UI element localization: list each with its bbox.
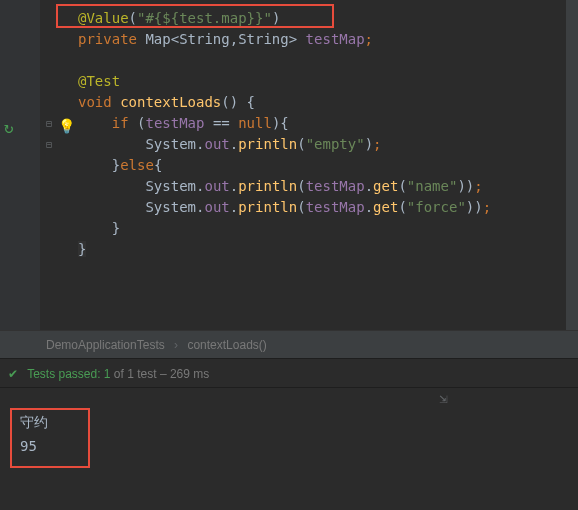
chevron-right-icon: › xyxy=(174,338,178,352)
annotation: @Value xyxy=(78,10,129,26)
breadcrumb: DemoApplicationTests › contextLoads() xyxy=(0,330,578,358)
fold-toggle-icon[interactable]: ⊟ xyxy=(40,134,58,155)
breadcrumb-method[interactable]: contextLoads() xyxy=(181,338,272,352)
tests-total: of 1 test – 269 ms xyxy=(114,367,209,381)
filter-icon[interactable]: ⇲ xyxy=(440,390,448,406)
code-editor[interactable]: ↻ ⊟ ⊟ 💡 @Value("#{${test.map}}") private… xyxy=(0,0,578,330)
code-content[interactable]: @Value("#{${test.map}}") private Map<Str… xyxy=(58,0,578,330)
console-output[interactable]: ⇲ 守约 95 xyxy=(0,388,578,510)
fold-toggle-icon[interactable]: ⊟ xyxy=(40,113,58,134)
scrollbar[interactable] xyxy=(566,0,578,330)
console-line: 守约 xyxy=(14,410,578,434)
gutter: ↻ xyxy=(0,0,40,330)
tests-passed-count: 1 xyxy=(104,367,114,381)
annotation: @Test xyxy=(78,73,120,89)
tests-passed-label: Tests passed: xyxy=(27,367,100,381)
breadcrumb-class[interactable]: DemoApplicationTests xyxy=(40,338,171,352)
string-literal: "#{${test.map}}" xyxy=(137,10,272,26)
check-icon: ✔ xyxy=(8,367,18,381)
run-arrow-icon[interactable]: ↻ xyxy=(4,118,14,137)
method-name: contextLoads xyxy=(120,94,221,110)
test-status-bar: ✔ Tests passed: 1 of 1 test – 269 ms xyxy=(0,358,578,388)
fold-column: ⊟ ⊟ xyxy=(40,0,58,330)
console-line: 95 xyxy=(14,434,578,458)
